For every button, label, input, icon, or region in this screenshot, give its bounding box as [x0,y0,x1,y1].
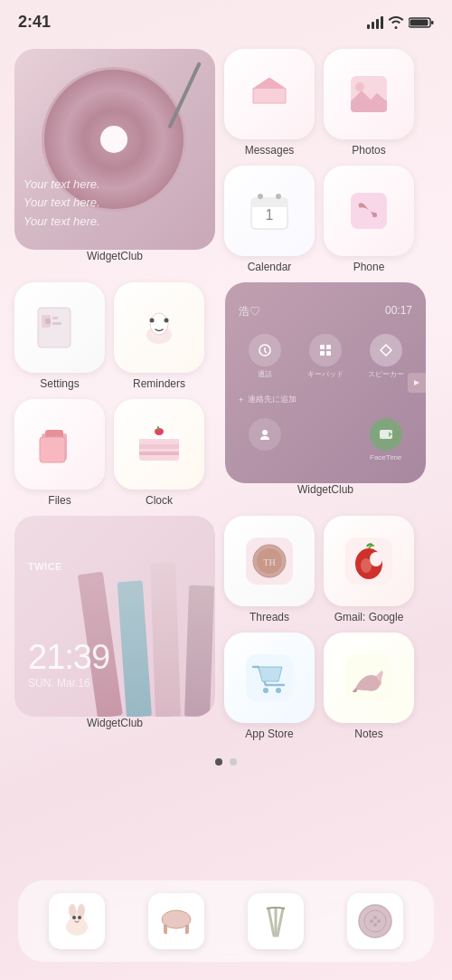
settings-label: Settings [40,377,79,390]
app-notes[interactable]: Notes [324,633,414,740]
widgetclub-widget-3[interactable]: TWICE 21:39 SUN. Mar.16 WidgetClub [14,516,215,729]
svg-text:1: 1 [266,207,274,223]
row1-apps-top: Messages Photos [224,49,438,157]
svg-rect-30 [157,426,159,431]
messages-label: Messages [245,144,295,157]
svg-point-68 [373,923,377,927]
svg-point-11 [276,194,281,199]
dock [18,880,434,962]
row2-apps-bottom: Files [14,399,204,507]
settings-icon-img [14,282,105,373]
row3: TWICE 21:39 SUN. Mar.16 WidgetClub [14,516,438,740]
reminders-icon-img [114,282,204,373]
svg-rect-32 [320,345,325,349]
svg-rect-27 [139,444,179,449]
svg-line-60 [268,909,274,936]
dock-item-4[interactable] [347,893,403,949]
threads-icon-img: TH [224,516,315,606]
svg-point-57 [78,916,81,919]
photos-label: Photos [352,144,385,157]
widgetclub-label-3: WidgetClub [87,717,143,729]
app-gmail[interactable]: Gmail: Google [324,516,414,623]
books-decoration [98,536,215,717]
status-time: 2:41 [18,13,51,32]
gmail-label: Gmail: Google [334,611,404,623]
row1-apps-bottom: 1 Calendar Phone [224,166,438,273]
app-reminders[interactable]: Reminders [114,282,204,390]
book-label: TWICE [28,561,62,572]
widget-clock-time: 21:39 [28,638,109,677]
svg-rect-13 [351,193,387,229]
svg-rect-18 [52,322,61,325]
svg-rect-34 [320,351,325,356]
vinyl-arm [167,62,201,128]
widgetclub-label-2: WidgetClub [297,483,353,496]
svg-point-56 [72,916,76,919]
svg-point-22 [165,319,169,323]
app-appstore[interactable]: App Store [224,633,315,740]
app-phone[interactable]: Phone [324,166,414,273]
svg-rect-14 [38,308,71,347]
phone-icon-img [324,166,414,256]
svg-rect-33 [326,345,331,349]
app-threads[interactable]: TH Threads [224,516,315,623]
svg-point-21 [150,319,155,323]
gmail-icon-img [324,516,414,606]
widgetclub-widget-2[interactable]: 浩♡ 00:17 通話 [213,282,438,496]
phone-screen-sim: 浩♡ 00:17 通話 [225,282,426,483]
svg-point-49 [263,688,268,693]
app-files[interactable]: Files [14,399,105,507]
svg-point-6 [355,82,364,91]
app-photos[interactable]: Photos [324,49,414,157]
dock-item-3[interactable] [248,893,304,949]
phone-label: Phone [353,261,385,273]
row3-apps-top: TH Threads [224,516,438,623]
messages-icon-img [224,49,315,139]
widgetclub-widget-1[interactable]: Your text here. Your text here. Your tex… [14,49,215,262]
svg-point-36 [262,430,268,435]
svg-rect-16 [45,319,51,324]
calendar-icon-img: 1 [224,166,315,256]
svg-point-63 [359,905,391,937]
svg-point-20 [150,313,168,335]
row2-apps-top: Settings Reminders [14,282,204,390]
widget-clock-overlay: 21:39 SUN. Mar.16 [28,638,109,690]
svg-rect-1 [431,21,434,24]
clock-label: Clock [146,494,173,507]
dot-1 [215,758,222,766]
appstore-icon-img [224,633,315,723]
status-bar: 2:41 [0,0,452,40]
row3-apps-bottom: App Store Notes [224,633,438,740]
svg-rect-28 [139,452,179,455]
status-icons [367,16,434,29]
widget-clock-date: SUN. Mar.16 [28,677,109,690]
svg-rect-17 [52,317,58,319]
files-label: Files [48,494,71,507]
svg-point-66 [377,919,381,923]
svg-line-62 [278,909,283,936]
svg-point-46 [370,552,382,566]
app-messages[interactable]: Messages [224,49,315,157]
row1: Your text here. Your text here. Your tex… [14,49,438,273]
dock-item-1[interactable] [49,893,105,949]
svg-point-50 [276,688,281,693]
row2: Settings Reminders [14,282,438,507]
svg-point-67 [373,916,377,919]
photos-icon-img [324,49,414,139]
app-settings[interactable]: Settings [14,282,105,390]
svg-point-47 [361,558,372,573]
svg-point-55 [78,904,85,917]
dock-item-2[interactable] [148,893,204,949]
app-calendar[interactable]: 1 Calendar [224,166,315,273]
svg-rect-35 [326,351,331,356]
svg-point-54 [69,904,76,917]
svg-marker-4 [253,78,286,89]
widgetclub-label-1: WidgetClub [87,250,143,262]
row3-apps: TH Threads [224,516,438,740]
home-screen: Your text here. Your text here. Your tex… [0,40,452,766]
app-clock[interactable]: Clock [114,399,204,507]
threads-label: Threads [250,611,289,623]
notes-icon-img [324,633,414,723]
svg-rect-2 [410,19,428,25]
appstore-label: App Store [245,728,293,740]
